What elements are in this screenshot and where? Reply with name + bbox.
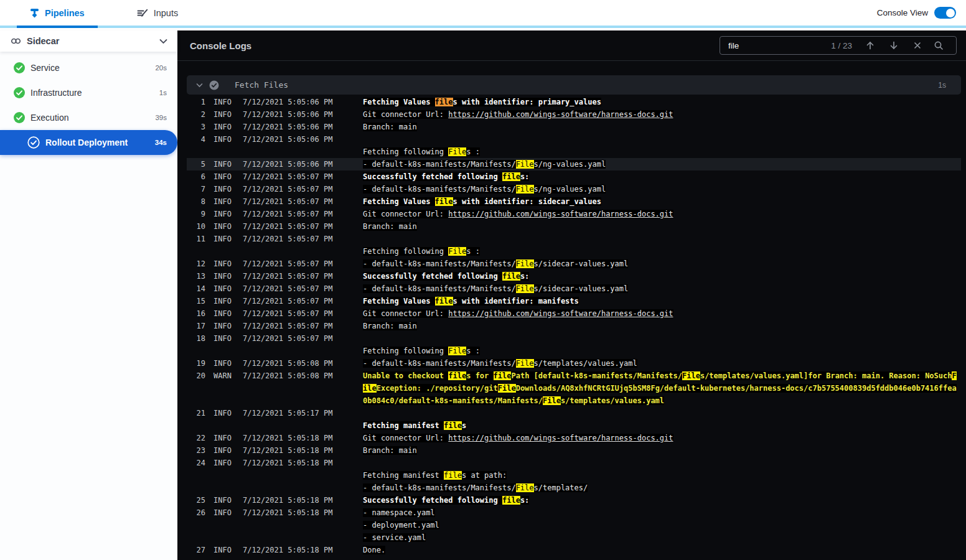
log-level: INFO [213,123,235,131]
log-message: Fetching following Files : [363,247,961,256]
log-timestamp: 7/12/2021 5:05:17 PM [243,409,334,418]
next-match-button[interactable] [882,40,906,50]
log-message: Unable to checkout files for filePath [d… [363,371,961,380]
previous-match-button[interactable] [858,40,882,50]
log-line-number: 11 [187,235,205,243]
log-message: - default-k8s-manifests/Manifests/Files/… [363,483,961,492]
log-message: Branch: main [363,222,961,231]
stage-header[interactable]: Sidecar [0,30,177,52]
log-line-number: 15 [187,297,205,306]
log-text: Successfully fetched following [363,496,502,505]
sidebar-item-service[interactable]: Service20s [0,55,177,80]
step-label: Service [30,63,60,73]
log-line-number: 2 [187,110,205,119]
log-level: INFO [213,297,235,306]
log-level: INFO [213,322,235,330]
log-message: Branch: main [363,446,961,455]
sidebar-item-infrastructure[interactable]: Infrastructure1s [0,80,177,105]
log-level: INFO [213,160,235,169]
log-level: INFO [213,508,235,517]
clear-search-icon[interactable] [906,42,929,49]
log-link[interactable]: https://github.com/wings-software/harnes… [448,309,673,318]
log-message: Git connector Url: https://github.com/wi… [363,110,961,119]
log-text: s [462,421,466,430]
search-match: File [516,259,534,268]
log-message: - default-k8s-manifests/Manifests/Files/… [363,160,961,169]
log-timestamp: 7/12/2021 5:05:07 PM [243,322,334,330]
log-timestamp: 7/12/2021 5:05:07 PM [243,185,334,194]
log-message: Successfully fetched following files: [363,172,961,181]
log-text: s with identifier: primary_values [453,98,601,106]
console-pane: Console Logs 1 / 23 [177,30,966,560]
log-row: 24INFO7/12/2021 5:05:18 PM [187,457,961,469]
section-duration: 1s [938,81,946,90]
log-link[interactable]: https://github.com/wings-software/harnes… [448,434,673,442]
log-row: - default-k8s-manifests/Manifests/Files/… [187,482,961,494]
log-text: s: [520,272,529,281]
step-success-icon [27,136,40,149]
search-match: file [435,297,453,306]
log-text: s/templates/values.yaml [534,359,637,368]
log-text: - default-k8s-manifests/Manifests/ [363,284,516,293]
log-timestamp: 7/12/2021 5:05:07 PM [243,334,334,343]
step-duration: 1s [159,89,167,96]
log-row: 21INFO7/12/2021 5:05:17 PM [187,407,961,419]
log-level: INFO [213,446,235,455]
section-chevron-down-icon[interactable] [196,83,203,88]
console-view-label: Console View [877,8,928,17]
log-text: Git connector Url: [363,110,448,119]
log-line-number: 20 [187,371,205,380]
console-view-toggle[interactable] [934,7,956,19]
tab-inputs[interactable]: Inputs [124,0,192,26]
log-text: - namespace.yaml [363,508,435,517]
log-line-number: 7 [187,185,205,194]
log-timestamp: 7/12/2021 5:05:07 PM [243,284,334,293]
log-line-number: 19 [187,359,205,368]
log-level: INFO [213,197,235,206]
log-row: Fetching manifest files [187,419,961,432]
log-row: 16INFO7/12/2021 5:05:07 PMGit connector … [187,307,961,320]
console-title: Console Logs [190,40,251,51]
log-row: Fetching following Files : [187,345,961,357]
search-match: file [444,421,462,430]
inputs-icon [137,8,148,18]
search-input[interactable] [728,41,831,50]
log-row: - deployment.yaml [187,519,961,531]
tab-pipelines[interactable]: Pipelines [17,0,98,26]
search-match: ile [363,384,377,393]
log-text: Downloads/AQ8xhfNCRtGIUjq5bSM8Fg/default… [516,384,957,393]
log-level: INFO [213,459,235,467]
step-label: Rollout Deployment [45,138,128,147]
log-timestamp: 7/12/2021 5:05:06 PM [243,123,334,131]
log-line-number: 18 [187,334,205,343]
tab-pipelines-label: Pipelines [45,8,85,18]
log-link[interactable]: https://github.com/wings-software/harnes… [448,210,673,218]
log-link[interactable]: https://github.com/wings-software/harnes… [448,110,673,119]
log-text: Branch: main [363,222,417,231]
chevron-down-icon[interactable] [159,39,167,44]
log-level: INFO [213,210,235,218]
log-text: - service.yaml [363,533,426,542]
log-timestamp: 7/12/2021 5:05:07 PM [243,272,334,281]
log-level: INFO [213,434,235,442]
search-match: File [448,147,466,156]
sidecar-link-icon [11,37,21,45]
log-level: INFO [213,222,235,231]
search-match: File [498,384,516,393]
log-section-fetch-files[interactable]: Fetch Files 1s [187,75,961,95]
log-level: INFO [213,172,235,181]
log-timestamp: 7/12/2021 5:05:06 PM [243,135,334,144]
sidebar-item-rollout-deployment[interactable]: Rollout Deployment34s [0,130,177,155]
log-line-number: 4 [187,135,205,144]
section-title: Fetch Files [235,80,288,90]
log-row: 9INFO7/12/2021 5:05:07 PMGit connector U… [187,208,961,220]
log-line-number: 26 [187,508,205,517]
log-text: Fetching following [363,247,448,256]
log-row: 4INFO7/12/2021 5:05:06 PM [187,133,961,146]
search-icon[interactable] [929,40,948,50]
log-message: Fetching Values files with identifier: s… [363,197,961,206]
log-level: INFO [213,110,235,119]
log-text: Branch: main [363,322,417,330]
log-timestamp: 7/12/2021 5:05:18 PM [243,459,334,467]
sidebar-item-execution[interactable]: Execution39s [0,105,177,130]
